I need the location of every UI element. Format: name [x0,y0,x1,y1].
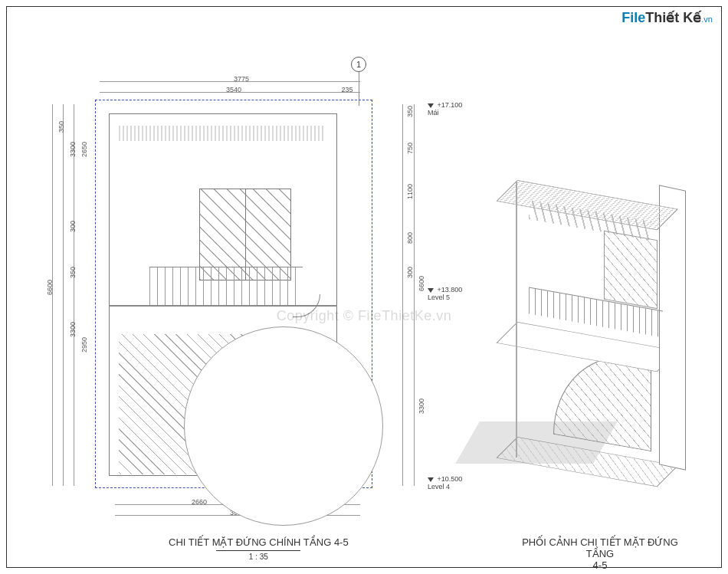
dim-top-small: 235 [336,86,359,93]
arch-opening [184,326,383,526]
dim-top-overall: 3775 [146,75,337,83]
grid-marker: 1 [351,57,366,72]
dim-right-750: 750 [406,129,414,167]
dim-ext-line [414,104,415,486]
dim-left-350: 350 [57,103,65,149]
level-elev: +10.500 [438,475,463,483]
dim-right-350: 350 [406,103,414,119]
dim-left-3300-bot: 3300 [69,307,77,353]
dim-left-350-mid: 350 [69,261,77,284]
dim-left-3300-top: 3300 [69,115,77,184]
level-name: Mái [428,109,439,116]
dim-right-300: 300 [406,264,414,280]
dim-left-300: 300 [69,218,77,234]
level-marker-mid: +13.800 Level 5 [428,286,462,301]
dim-right-800: 800 [406,222,414,253]
corner-column [516,182,517,458]
level-marker-bot: +10.500 Level 4 [428,475,462,490]
balcony-railing [149,267,303,305]
level-elev: +17.100 [438,101,463,109]
perspective-title: PHỐI CẢNH CHI TIẾT MẶT ĐỨNG TẦNG [512,536,688,559]
brand-logo: FileThiết Kế.vn [621,9,713,26]
dim-ext-line [402,104,403,486]
perspective-drawing [506,172,697,479]
dim-right-1100: 1100 [406,172,414,211]
elevation-title-block: CHI TIẾT MẶT ĐỨNG CHÍNH TẦNG 4-5 1 : 35 [169,536,349,561]
level-name: Level 5 [428,294,450,301]
level-triangle-icon [428,288,434,293]
dim-right-6600: 6600 [418,245,425,322]
side-wall-3d [659,185,686,470]
dim-left-2950: 2950 [80,322,88,368]
dim-left-2650: 2650 [80,123,88,176]
roof-slab-hatch [119,126,326,141]
logo-suffix: .vn [701,15,713,24]
dim-ext-line [63,104,64,486]
level-marker-top: +17.100 Mái [428,101,462,116]
dim-left-overall: 6600 [46,230,54,345]
dim-top-inner: 3540 [146,86,322,93]
level-triangle-icon [428,103,434,108]
elevation-title: CHI TIẾT MẶT ĐỨNG CHÍNH TẦNG 4-5 [169,536,349,548]
perspective-subtitle: 4-5 [512,559,688,571]
elevation-scale: 1 : 35 [169,553,349,561]
logo-part1: File [621,10,645,25]
perspective-title-block: PHỐI CẢNH CHI TIẾT MẶT ĐỨNG TẦNG 4-5 [512,536,688,571]
elevation-drawing [100,104,368,484]
balcony-floor-line [109,305,337,307]
title-underline [216,550,300,551]
level-triangle-icon [428,477,434,482]
level-name: Level 4 [428,483,450,490]
dim-right-3300: 3300 [418,383,425,429]
level-elev: +13.800 [438,286,463,294]
balcony-door-3d [604,231,657,309]
logo-part2: Thiết Kế [645,10,701,25]
